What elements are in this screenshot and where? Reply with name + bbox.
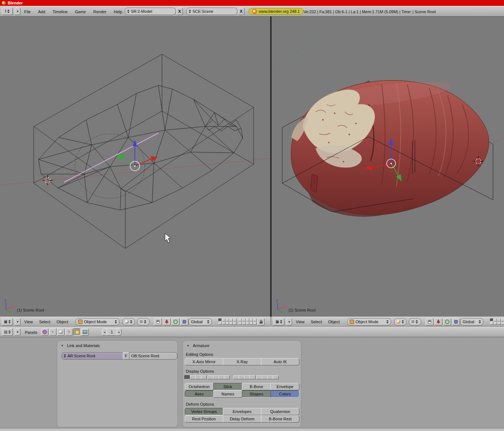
right-viewport-canvas[interactable]: x z (1) Scene Root [272,16,504,317]
quaternion-toggle[interactable]: Quaternion [261,408,299,415]
left-viewport-canvas[interactable]: x z (1) Scene Root [0,16,270,317]
lock-layers-button[interactable] [257,318,265,325]
b-bone-rest-toggle[interactable]: B-Bone Rest [261,415,299,423]
manipulator-rotate-button[interactable] [443,318,451,325]
shading-context-button[interactable] [57,328,65,336]
armature-layers[interactable] [185,375,279,379]
menu-timeline[interactable]: Timeline [52,10,67,14]
menu-add[interactable]: Add [38,10,45,14]
info-editor-icon: i [5,10,6,13]
editor-type-selector[interactable]: i [2,8,13,15]
menu-view[interactable]: View [24,320,33,324]
script-icon: ≈ [52,330,54,334]
layer-buttons[interactable] [490,318,504,325]
manipulator-hand-button[interactable] [154,318,162,325]
envelope-button[interactable]: Envelope [271,383,299,390]
editing-options-row: X-Axis Mirror X-Ray Auto IK [185,358,299,365]
manipulator-translate-button[interactable] [163,318,171,325]
header-collapse-button[interactable]: ▼ [15,318,21,325]
header-collapse-button[interactable]: ▼ [286,318,292,325]
object-name-field[interactable]: OB:Scene Root [129,352,177,360]
draw-type-selector[interactable] [394,318,406,325]
auto-ik-toggle[interactable]: Auto IK [261,358,299,365]
names-toggle[interactable]: Names [213,390,242,398]
x-ray-toggle[interactable]: X-Ray [223,358,261,365]
editor-type-selector[interactable]: ▤ [2,328,13,336]
stick-button[interactable]: Stick [213,383,242,390]
panels-menu[interactable]: Panels [25,330,37,335]
view3d-editor-icon: ▦ [4,320,7,324]
frame-number-field[interactable]: 1 [107,328,117,336]
menu-game[interactable]: Game [75,10,86,14]
logic-icon [43,330,47,334]
manipulator-scale-button[interactable] [180,318,188,325]
menu-select[interactable]: Select [311,320,322,324]
menu-view[interactable]: View [296,320,305,324]
lock-icon [259,320,263,324]
header-collapse-button[interactable]: ▼ [15,8,21,15]
menu-help[interactable]: Help [114,10,122,14]
delay-deform-toggle[interactable]: Delay Deform [223,415,261,423]
deform-options-row1: Vertex Groups Envelopes Quaternion [185,408,299,415]
pivot-selector[interactable]: ⊙ [137,318,150,325]
editor-type-selector[interactable]: ▦ [273,318,284,325]
manipulator-rotate-button[interactable] [172,318,180,325]
orientation-selector[interactable]: Global [188,318,212,325]
hand-icon [155,319,161,324]
panel-header[interactable]: ▼ Link and Materials [57,341,177,350]
colors-toggle[interactable]: Colors [271,390,299,398]
viewport-left[interactable]: x z (1) Scene Root [0,16,270,317]
draw-type-selector[interactable] [122,318,135,325]
b-bone-button[interactable]: B-Bone [242,383,271,390]
scene-selector[interactable]: SCE:Scene [186,8,238,15]
object-context-button[interactable]: ✛ [65,328,73,336]
scene-context-button[interactable] [81,328,89,336]
armature-name-field[interactable]: AR:Scene Root [62,352,123,360]
version-badge: www.blender.org 248.1 [249,8,303,15]
menu-select[interactable]: Select [39,320,51,324]
right-arrow-icon: ▸ [118,331,120,334]
shapes-toggle[interactable]: Shapes [242,390,271,398]
mode-selector[interactable]: Object Mode [76,318,119,325]
menu-render[interactable]: Render [93,10,106,14]
editing-context-button[interactable] [73,328,81,336]
orientation-selector[interactable]: Global [460,318,483,325]
editor-type-selector[interactable]: ▦ [2,318,13,325]
axis-z-label: z [4,298,6,302]
pivot-selector[interactable]: ⊙ [409,318,421,325]
scene-delete-button[interactable]: X [238,8,244,15]
link-and-materials-panel: ▼ Link and Materials AR:Scene Root F OB:… [57,341,178,427]
mode-selector[interactable]: Object Mode [347,318,391,325]
display-options-label: Display Options [186,369,214,373]
rotate-circle-icon [445,319,450,324]
logic-context-button[interactable] [41,328,48,336]
material-sphere-icon [59,330,63,334]
menu-object[interactable]: Object [328,320,340,324]
stepper-arrows-icon [8,330,11,334]
menu-file[interactable]: File [24,10,31,14]
panel-header[interactable]: ▼ Armature [183,341,301,350]
script-context-button[interactable]: ≈ [49,328,56,336]
vertex-groups-toggle[interactable]: Vertex Groups [185,408,223,415]
header-collapse-button[interactable]: ▼ [15,328,21,336]
manipulator-scale-button[interactable] [452,318,460,325]
screen-delete-button[interactable]: X [176,8,183,15]
axes-toggle[interactable]: Axes [185,390,214,398]
menu-object[interactable]: Object [56,320,68,324]
manipulator-toggles [154,318,188,325]
screen-selector[interactable]: SR:2-Model [125,8,176,15]
left-arrow-icon: ◂ [104,331,105,334]
rest-position-toggle[interactable]: Rest Position [185,415,223,423]
textured-sphere-icon [397,320,400,324]
x-axis-mirror-toggle[interactable]: X-Axis Mirror [185,358,223,365]
manipulator-translate-button[interactable] [434,318,442,325]
frame-next-button[interactable]: ▸ [117,328,122,336]
fake-user-button[interactable]: F [123,352,129,360]
envelopes-toggle[interactable]: Envelopes [223,408,261,415]
layer-buttons[interactable] [218,318,257,325]
manipulator-hand-button[interactable] [426,318,434,325]
octahedron-button[interactable]: Octahedron [185,383,214,390]
viewport-right[interactable]: x z (1) Scene Root [272,16,504,317]
frame-prev-button[interactable]: ◂ [102,328,107,336]
context-buttons: ≈ ✛ [41,328,89,336]
